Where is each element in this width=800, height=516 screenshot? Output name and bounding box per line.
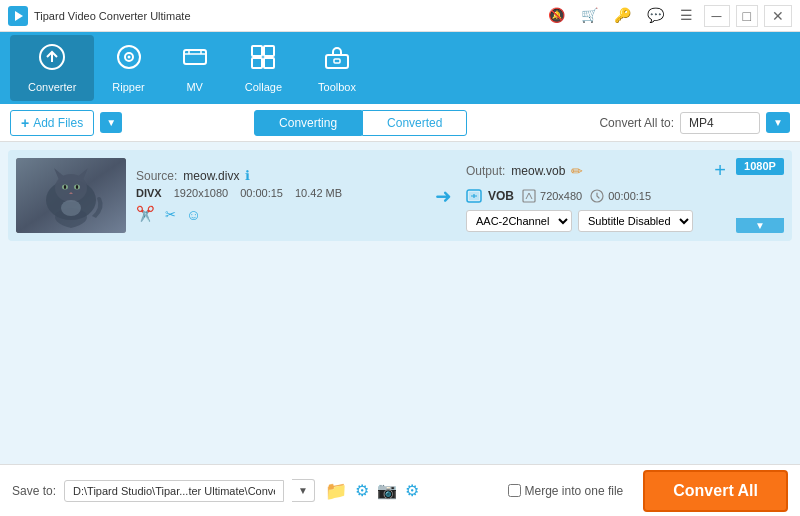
- top-nav: Converter Ripper MV: [0, 32, 800, 104]
- nav-mv[interactable]: MV: [163, 35, 227, 101]
- quality-section: 1080P ▼: [736, 158, 784, 233]
- screen-capture-icon[interactable]: 📷: [375, 479, 399, 502]
- svg-point-20: [64, 185, 66, 189]
- output-name: meow.vob: [511, 164, 565, 178]
- svg-rect-11: [326, 55, 348, 68]
- svg-rect-8: [264, 46, 274, 56]
- main-content: Source: meow.divx ℹ DIVX 1920x1080 00:00…: [0, 142, 800, 464]
- merge-label: Merge into one file: [525, 484, 624, 498]
- output-section: Output: meow.vob ✏ + VOB: [466, 159, 726, 232]
- output-label: Output:: [466, 164, 505, 178]
- source-row: Source: meow.divx ℹ: [136, 168, 421, 183]
- app-title: Tipard Video Converter Ultimate: [34, 10, 543, 22]
- topbar-key-icon[interactable]: 🔑: [609, 5, 636, 27]
- save-to-label: Save to:: [12, 484, 56, 498]
- save-path-input[interactable]: [64, 480, 284, 502]
- window-controls: 🔕 🛒 🔑 💬 ☰ ─ □ ✕: [543, 5, 792, 27]
- audio-select[interactable]: AAC-2Channel: [466, 210, 572, 232]
- format-dropdown-button[interactable]: ▼: [766, 112, 790, 133]
- file-list: Source: meow.divx ℹ DIVX 1920x1080 00:00…: [0, 142, 800, 464]
- convert-settings-icon[interactable]: ⚙: [353, 479, 371, 502]
- converter-icon: [38, 43, 66, 77]
- file-actions-row: ✂️ ✂ ☺: [136, 205, 421, 223]
- window-close-btn[interactable]: ✕: [764, 5, 792, 27]
- convert-all-to-label: Convert All to:: [599, 116, 674, 130]
- svg-rect-10: [264, 58, 274, 68]
- nav-collage[interactable]: Collage: [227, 35, 300, 101]
- quality-dropdown-btn[interactable]: ▼: [736, 218, 784, 233]
- nav-converter-label: Converter: [28, 81, 76, 93]
- file-item: Source: meow.divx ℹ DIVX 1920x1080 00:00…: [8, 150, 792, 241]
- tab-group: Converting Converted: [128, 110, 593, 136]
- add-files-button[interactable]: + Add Files: [10, 110, 94, 136]
- file-meta-row: DIVX 1920x1080 00:00:15 10.42 MB: [136, 187, 421, 199]
- nav-mv-label: MV: [186, 81, 203, 93]
- output-row: Output: meow.vob ✏ +: [466, 159, 726, 182]
- output-format-row: VOB 720x480 00:00:15: [466, 188, 726, 204]
- svg-rect-9: [252, 58, 262, 68]
- more-settings-icon[interactable]: ⚙: [403, 479, 421, 502]
- bottom-bar: Save to: ▼ 📁 ⚙ 📷 ⚙ Merge into one file C…: [0, 464, 800, 516]
- output-format-badge: VOB: [466, 188, 514, 204]
- duration-label: 00:00:15: [240, 187, 283, 199]
- info-icon[interactable]: ℹ: [245, 168, 250, 183]
- resolution-label: 1920x1080: [174, 187, 228, 199]
- svg-rect-7: [252, 46, 262, 56]
- nav-converter[interactable]: Converter: [10, 35, 94, 101]
- svg-point-5: [127, 56, 130, 59]
- source-label: Source:: [136, 169, 177, 183]
- svg-point-21: [76, 185, 78, 189]
- merge-checkbox-wrap: Merge into one file: [508, 484, 624, 498]
- subtitle-select[interactable]: Subtitle Disabled: [578, 210, 693, 232]
- toolbox-icon: [323, 43, 351, 77]
- nav-toolbox[interactable]: Toolbox: [300, 35, 374, 101]
- window-maximize-btn[interactable]: □: [736, 5, 758, 27]
- edit-icon[interactable]: ✏: [571, 163, 583, 179]
- arrow-icon: ➜: [435, 184, 452, 208]
- add-output-button[interactable]: +: [714, 159, 726, 182]
- tab-converted[interactable]: Converted: [362, 110, 467, 136]
- nav-ripper-label: Ripper: [112, 81, 144, 93]
- folder-open-icon[interactable]: 📁: [323, 478, 349, 504]
- minimize-icon[interactable]: 🔕: [543, 5, 570, 27]
- title-bar: Tipard Video Converter Ultimate 🔕 🛒 🔑 💬 …: [0, 0, 800, 32]
- audio-subtitle-row: AAC-2Channel Subtitle Disabled: [466, 210, 726, 232]
- file-thumbnail: [16, 158, 126, 233]
- topbar-chat-icon[interactable]: 💬: [642, 5, 669, 27]
- tab-converting[interactable]: Converting: [254, 110, 362, 136]
- svg-rect-12: [334, 59, 340, 63]
- file-info: Source: meow.divx ℹ DIVX 1920x1080 00:00…: [136, 168, 421, 223]
- nav-collage-label: Collage: [245, 81, 282, 93]
- svg-rect-26: [523, 190, 535, 202]
- effects-icon[interactable]: ☺: [186, 206, 201, 223]
- topbar-cart-icon[interactable]: 🛒: [576, 5, 603, 27]
- convert-all-to-section: Convert All to: ▼: [599, 112, 790, 134]
- svg-point-23: [61, 200, 81, 216]
- scissors-icon[interactable]: ✂: [165, 207, 176, 222]
- add-files-label: Add Files: [33, 116, 83, 130]
- window-minimize-btn[interactable]: ─: [704, 5, 730, 27]
- save-path-dropdown-button[interactable]: ▼: [292, 479, 315, 502]
- svg-rect-6: [184, 50, 206, 64]
- nav-ripper[interactable]: Ripper: [94, 35, 162, 101]
- cut-settings-icon[interactable]: ✂️: [136, 205, 155, 223]
- merge-checkbox[interactable]: [508, 484, 521, 497]
- bottom-action-icons: 📁 ⚙ 📷 ⚙: [323, 478, 421, 504]
- app-logo: [8, 6, 28, 26]
- output-duration-info: 00:00:15: [590, 189, 651, 203]
- convert-all-button[interactable]: Convert All: [643, 470, 788, 512]
- size-label: 10.42 MB: [295, 187, 342, 199]
- nav-toolbox-label: Toolbox: [318, 81, 356, 93]
- source-name: meow.divx: [183, 169, 239, 183]
- topbar-menu-icon[interactable]: ☰: [675, 5, 698, 27]
- mv-icon: [181, 43, 209, 77]
- ripper-icon: [115, 43, 143, 77]
- format-input[interactable]: [680, 112, 760, 134]
- resolution-info: 720x480: [522, 189, 582, 203]
- collage-icon: [249, 43, 277, 77]
- plus-icon: +: [21, 115, 29, 131]
- quality-badge: 1080P: [736, 158, 784, 175]
- add-files-dropdown-button[interactable]: ▼: [100, 112, 122, 133]
- action-bar: + Add Files ▼ Converting Converted Conve…: [0, 104, 800, 142]
- codec-label: DIVX: [136, 187, 162, 199]
